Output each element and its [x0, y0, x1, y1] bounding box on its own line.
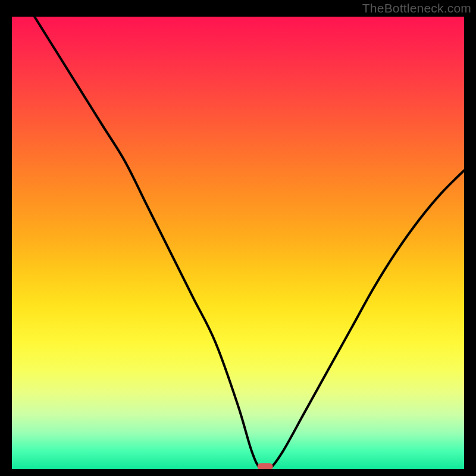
plot-area [12, 17, 464, 469]
optimum-marker [258, 463, 273, 469]
curve-svg [12, 17, 464, 469]
watermark-text: TheBottleneck.com [362, 1, 471, 15]
bottleneck-curve-path [35, 17, 464, 469]
chart-frame: TheBottleneck.com [0, 0, 476, 476]
